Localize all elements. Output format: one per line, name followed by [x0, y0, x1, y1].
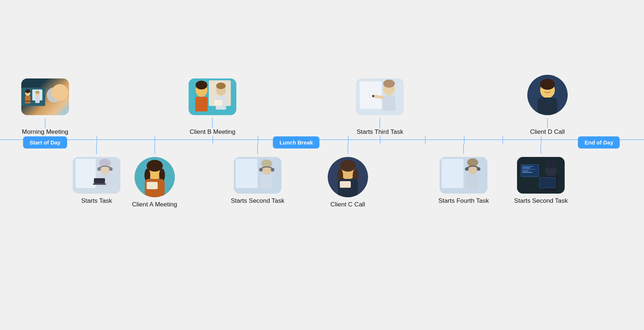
svg-rect-70: [522, 166, 533, 167]
connector-starts-second-2: [541, 144, 541, 154]
svg-rect-47: [236, 159, 258, 188]
label-client-a-meeting: Client A Meeting: [132, 201, 177, 208]
svg-rect-64: [467, 174, 479, 190]
connector-starts-task: [96, 144, 97, 154]
svg-point-51: [259, 168, 263, 172]
label-starts-third-task: Starts Third Task: [357, 128, 403, 136]
thumb-starts-second: [234, 157, 281, 194]
connector-starts-second: [257, 144, 258, 154]
label-starts-fourth-task: Starts Fourth Task: [439, 197, 489, 205]
svg-point-35: [97, 167, 101, 171]
svg-point-63: [467, 158, 479, 166]
connector-client-c: [348, 144, 348, 154]
svg-point-52: [271, 168, 274, 172]
thumb-morning-meeting: [21, 78, 69, 115]
event-starts-third-task: Starts Third Task: [356, 78, 404, 139]
event-client-d-call: Client D Call: [527, 75, 568, 139]
svg-line-23: [374, 96, 383, 98]
tick-10: [464, 136, 465, 144]
svg-rect-59: [340, 181, 351, 188]
svg-rect-71: [522, 168, 530, 168]
svg-point-28: [540, 79, 555, 90]
svg-rect-8: [25, 101, 31, 102]
thumb-starts-third: [356, 78, 404, 115]
svg-point-4: [25, 89, 30, 93]
timeline-container: Start of Day Lunch Break End of Day: [0, 0, 644, 330]
tick-7: [348, 136, 349, 144]
thumb-starts-task: [73, 157, 120, 194]
label-starts-second-task: Starts Second Task: [231, 197, 284, 205]
svg-rect-73: [522, 170, 529, 171]
svg-rect-72: [522, 169, 535, 170]
svg-rect-61: [442, 159, 464, 188]
connector-starts-third: [379, 118, 380, 128]
event-starts-task: Starts Task: [73, 144, 120, 205]
svg-point-41: [146, 160, 163, 172]
svg-rect-45: [146, 182, 157, 189]
svg-rect-17: [214, 100, 222, 106]
label-client-d-call: Client D Call: [530, 128, 565, 136]
label-starts-second-task-2: Starts Second Task: [514, 197, 568, 205]
svg-point-24: [372, 95, 374, 97]
milestone-end-of-day: End of Day: [578, 136, 620, 148]
svg-point-21: [383, 80, 395, 88]
thumb-starts-second-2: [517, 157, 565, 194]
thumb-client-d: [527, 75, 568, 115]
svg-rect-3: [25, 96, 30, 103]
connector-client-b: [212, 118, 213, 128]
svg-point-76: [545, 160, 557, 169]
svg-rect-6: [35, 97, 40, 103]
connector-client-d: [547, 118, 548, 128]
svg-rect-31: [76, 159, 96, 188]
event-starts-fourth-task: Starts Fourth Task: [439, 144, 489, 205]
event-client-c-call: Client C Call: [328, 144, 368, 208]
tick-2: [97, 136, 97, 144]
connector-starts-fourth: [463, 144, 464, 154]
tick-11: [502, 136, 503, 144]
thumb-client-a: [134, 157, 175, 197]
svg-rect-37: [93, 183, 106, 185]
thumb-starts-fourth: [440, 157, 488, 194]
connector-morning-meeting: [45, 118, 46, 128]
svg-point-36: [109, 167, 113, 171]
svg-rect-29: [538, 98, 557, 115]
svg-rect-38: [94, 178, 105, 183]
svg-point-15: [216, 82, 226, 89]
label-client-c-call: Client C Call: [330, 201, 365, 208]
event-morning-meeting: Morning Meeting: [21, 78, 69, 139]
svg-rect-22: [383, 95, 395, 111]
svg-point-55: [340, 160, 356, 172]
svg-rect-74: [522, 172, 532, 173]
label-client-b-meeting: Client B Meeting: [190, 128, 236, 136]
svg-point-66: [477, 167, 481, 171]
event-starts-second-task: Starts Second Task: [231, 144, 284, 205]
event-client-a-meeting: Client A Meeting: [132, 144, 177, 208]
event-starts-second-task-2: Starts Second Task: [514, 144, 568, 205]
svg-point-65: [465, 167, 469, 171]
tick-3: [154, 136, 155, 144]
thumb-client-c: [328, 157, 368, 197]
event-client-b-meeting: Client B Meeting: [189, 78, 236, 139]
tick-9: [425, 136, 426, 144]
label-morning-meeting: Morning Meeting: [22, 128, 69, 136]
connector-client-a: [154, 144, 155, 154]
thumb-client-b: [189, 78, 236, 115]
svg-rect-79: [540, 178, 555, 187]
svg-point-12: [196, 81, 207, 89]
svg-rect-19: [360, 81, 382, 109]
label-starts-task: Starts Task: [81, 197, 112, 205]
svg-rect-50: [261, 175, 272, 188]
svg-rect-13: [195, 97, 208, 111]
svg-point-7: [35, 91, 40, 94]
tick-5: [258, 136, 258, 144]
